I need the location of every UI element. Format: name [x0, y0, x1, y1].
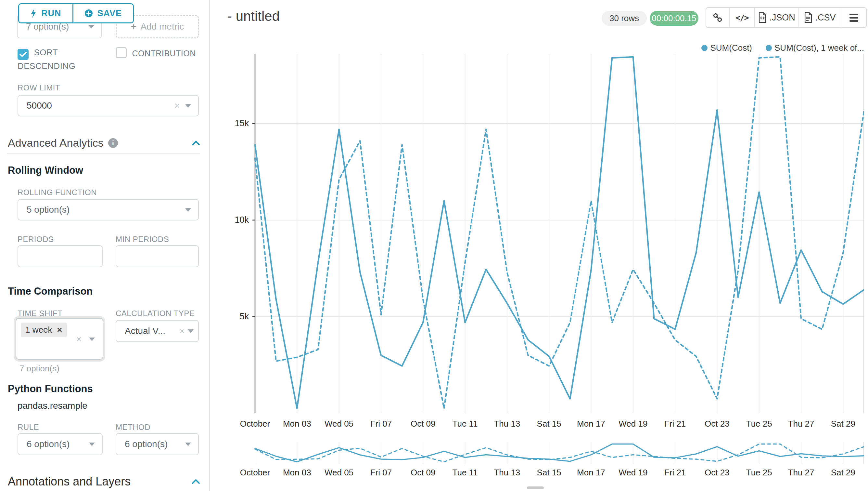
time-shift-helper: 7 option(s) [20, 364, 59, 374]
main-chart-svg[interactable] [252, 54, 864, 413]
y-axis-label: 15k [226, 118, 249, 128]
x-axis-label: Tue 25 [746, 468, 772, 478]
chevron-down-icon[interactable] [89, 338, 95, 341]
advanced-analytics-header[interactable]: Advanced Analytics i [8, 137, 200, 149]
rolling-function-select[interactable]: 5 option(s) [18, 199, 199, 221]
x-axis-label: Thu 27 [788, 468, 814, 478]
x-axis-label: Tue 25 [746, 419, 772, 429]
x-axis-label: October [240, 468, 270, 478]
x-axis-label: Wed 05 [324, 468, 353, 478]
x-axis-label: Oct 23 [705, 419, 730, 429]
min-periods-label: MIN PERIODS [116, 235, 169, 244]
export-json-button[interactable]: .JSON [754, 8, 799, 27]
chevron-down-icon [185, 442, 191, 446]
legend-item-sum-cost-offset[interactable]: SUM(Cost), 1 week of... [766, 43, 864, 53]
chevron-down-icon [185, 104, 191, 108]
file-lines-icon [804, 12, 812, 23]
remove-tag-icon[interactable]: ✕ [57, 326, 62, 334]
row-limit-value: 50000 [27, 100, 52, 111]
clear-icon[interactable]: × [174, 101, 180, 111]
export-json-label: .JSON [769, 13, 795, 23]
contribution-control: CONTRIBUTION [116, 47, 204, 59]
python-functions-title: Python Functions [8, 383, 93, 395]
x-axis-label: Thu 13 [494, 419, 520, 429]
x-axis-label: Sat 29 [831, 468, 855, 478]
series-line-solid [255, 57, 864, 408]
x-axis-label: Fri 07 [370, 468, 392, 478]
run-button[interactable]: RUN [19, 4, 72, 23]
query-timer-badge: 00:00:00.15 [650, 11, 699, 26]
legend-dot [701, 45, 708, 51]
row-limit-select[interactable]: 50000 × [18, 95, 199, 116]
time-shift-tag: 1 week ✕ [21, 323, 67, 337]
row-limit-label: ROW LIMIT [18, 83, 60, 92]
x-axis-label: Tue 11 [453, 419, 478, 429]
time-comparison-title: Time Comparison [8, 286, 93, 297]
x-axis-label: Wed 19 [619, 468, 647, 478]
sort-descending-control: SORT DESCENDING [18, 46, 99, 72]
sort-descending-checkbox[interactable] [18, 49, 29, 60]
chevron-up-icon[interactable] [192, 479, 200, 485]
export-toolbar: </> .JSON .CSV [706, 7, 867, 28]
x-axis-label: Sat 15 [537, 419, 561, 429]
plus-circle-icon [85, 9, 93, 18]
chevron-down-icon [185, 208, 191, 212]
horizontal-scrollbar-thumb[interactable] [527, 487, 544, 489]
x-axis-label: Wed 19 [619, 419, 647, 429]
legend-label: SUM(Cost) [710, 43, 752, 53]
link-icon [713, 13, 722, 23]
x-axis-label: Mon 17 [577, 468, 605, 478]
clear-icon[interactable]: × [76, 334, 82, 344]
rule-select[interactable]: 6 option(s) [18, 433, 103, 455]
view-query-button[interactable]: </> [729, 8, 754, 27]
contribution-checkbox[interactable] [116, 47, 127, 58]
chevron-down-icon [188, 329, 194, 333]
code-icon: </> [736, 13, 748, 23]
save-button[interactable]: SAVE [72, 4, 133, 23]
method-label: METHOD [116, 423, 150, 432]
chevron-up-icon[interactable] [192, 140, 200, 146]
min-periods-input[interactable] [116, 245, 199, 267]
annotations-header[interactable]: Annotations and Layers [8, 475, 200, 488]
clear-icon[interactable]: × [180, 327, 185, 335]
x-axis-label: Wed 05 [324, 419, 353, 429]
legend-item-sum-cost[interactable]: SUM(Cost) [701, 43, 752, 53]
control-panel-sidebar: 7 option(s) + Add metric RUN SAVE SORT D… [0, 0, 210, 491]
method-value: 6 option(s) [125, 439, 167, 450]
time-shift-tag-label: 1 week [25, 325, 52, 335]
x-axis-label: Fri 07 [370, 419, 392, 429]
x-axis-label: Mon 17 [577, 419, 605, 429]
file-code-icon [758, 12, 767, 23]
periods-label: PERIODS [18, 235, 54, 244]
chevron-down-icon [89, 442, 95, 446]
rolling-function-value: 5 option(s) [27, 205, 69, 215]
method-select[interactable]: 6 option(s) [116, 433, 199, 455]
rule-value: 6 option(s) [27, 439, 69, 450]
annotations-title: Annotations and Layers [8, 475, 131, 488]
x-axis-label: Oct 23 [705, 468, 730, 478]
divider [7, 153, 200, 154]
x-axis-label: Sat 15 [537, 468, 561, 478]
mini-chart-svg[interactable] [252, 442, 864, 464]
time-shift-multiselect[interactable]: 1 week ✕ × [16, 318, 103, 359]
x-axis-label: Oct 09 [411, 419, 436, 429]
share-link-button[interactable] [706, 8, 729, 27]
series-line-dashed [255, 57, 864, 408]
calculation-type-select[interactable]: Actual V... × [116, 320, 199, 342]
time-shift-label: TIME SHIFT [18, 309, 62, 318]
x-axis-label: October [240, 419, 270, 429]
y-axis-label: 5k [226, 312, 249, 322]
chevron-down-icon [88, 25, 94, 29]
x-axis-label: Thu 27 [788, 419, 814, 429]
periods-input[interactable] [18, 245, 103, 267]
legend-label: SUM(Cost), 1 week of... [774, 43, 864, 53]
rolling-window-title: Rolling Window [8, 165, 83, 176]
hamburger-icon [849, 13, 858, 22]
export-csv-button[interactable]: .CSV [799, 8, 841, 27]
chart-menu-button[interactable] [841, 8, 866, 27]
chart-title[interactable]: - untitled [227, 8, 280, 24]
contribution-label: CONTRIBUTION [132, 49, 195, 58]
run-label: RUN [41, 8, 61, 19]
calculation-type-label: CALCULATION TYPE [116, 309, 194, 318]
add-metric-label: Add metric [140, 22, 184, 32]
